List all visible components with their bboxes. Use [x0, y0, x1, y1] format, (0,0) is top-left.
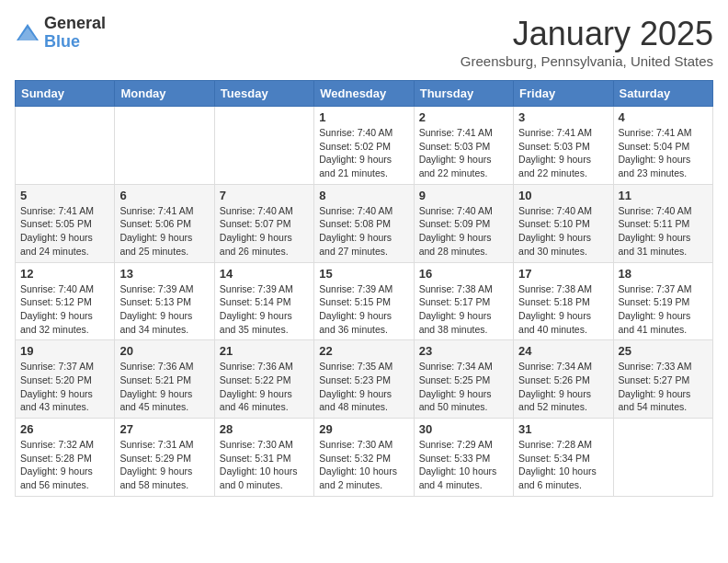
- day-number: 24: [518, 344, 608, 358]
- day-cell: 7Sunrise: 7:40 AM Sunset: 5:07 PM Daylig…: [214, 184, 313, 262]
- day-number: 15: [319, 267, 408, 281]
- day-cell: 22Sunrise: 7:35 AM Sunset: 5:23 PM Dayli…: [314, 340, 414, 419]
- day-number: 8: [319, 189, 408, 202]
- day-number: 4: [619, 110, 708, 124]
- day-number: 5: [20, 189, 109, 202]
- day-info: Sunrise: 7:41 AM Sunset: 5:05 PM Dayligh…: [20, 204, 109, 259]
- day-info: Sunrise: 7:41 AM Sunset: 5:03 PM Dayligh…: [518, 126, 608, 180]
- day-cell: 5Sunrise: 7:41 AM Sunset: 5:05 PM Daylig…: [16, 184, 115, 262]
- location: Greensburg, Pennsylvania, United States: [461, 53, 713, 69]
- day-info: Sunrise: 7:30 AM Sunset: 5:32 PM Dayligh…: [319, 438, 408, 492]
- day-info: Sunrise: 7:40 AM Sunset: 5:07 PM Dayligh…: [220, 204, 309, 259]
- day-info: Sunrise: 7:39 AM Sunset: 5:13 PM Dayligh…: [119, 282, 209, 337]
- day-cell: 24Sunrise: 7:34 AM Sunset: 5:26 PM Dayli…: [514, 340, 613, 419]
- day-number: 11: [619, 189, 708, 202]
- day-info: Sunrise: 7:39 AM Sunset: 5:15 PM Dayligh…: [319, 282, 408, 337]
- day-number: 14: [220, 267, 309, 281]
- day-number: 3: [518, 110, 608, 124]
- day-cell: 10Sunrise: 7:40 AM Sunset: 5:10 PM Dayli…: [514, 184, 613, 262]
- day-cell: 21Sunrise: 7:36 AM Sunset: 5:22 PM Dayli…: [214, 340, 313, 419]
- day-cell: 19Sunrise: 7:37 AM Sunset: 5:20 PM Dayli…: [16, 340, 115, 419]
- day-number: 25: [619, 344, 708, 358]
- day-info: Sunrise: 7:34 AM Sunset: 5:26 PM Dayligh…: [518, 360, 608, 414]
- day-cell: 20Sunrise: 7:36 AM Sunset: 5:21 PM Dayli…: [115, 340, 214, 419]
- day-number: 13: [119, 267, 209, 281]
- logo-blue: Blue: [44, 33, 106, 52]
- day-cell: 18Sunrise: 7:37 AM Sunset: 5:19 PM Dayli…: [613, 262, 712, 340]
- weekday-header-tuesday: Tuesday: [214, 81, 313, 107]
- day-info: Sunrise: 7:40 AM Sunset: 5:02 PM Dayligh…: [319, 126, 408, 180]
- week-row-2: 5Sunrise: 7:41 AM Sunset: 5:05 PM Daylig…: [16, 184, 713, 262]
- day-info: Sunrise: 7:40 AM Sunset: 5:11 PM Dayligh…: [619, 204, 708, 259]
- day-cell: [613, 419, 712, 497]
- day-cell: 2Sunrise: 7:41 AM Sunset: 5:03 PM Daylig…: [414, 107, 513, 185]
- day-cell: 23Sunrise: 7:34 AM Sunset: 5:25 PM Dayli…: [414, 340, 513, 419]
- day-info: Sunrise: 7:41 AM Sunset: 5:03 PM Dayligh…: [419, 126, 508, 180]
- day-info: Sunrise: 7:41 AM Sunset: 5:06 PM Dayligh…: [119, 204, 209, 259]
- day-cell: 13Sunrise: 7:39 AM Sunset: 5:13 PM Dayli…: [115, 262, 214, 340]
- day-cell: 1Sunrise: 7:40 AM Sunset: 5:02 PM Daylig…: [314, 107, 414, 185]
- logo-general: General: [44, 15, 106, 33]
- day-number: 7: [220, 189, 309, 202]
- day-number: 22: [319, 344, 408, 358]
- day-cell: 14Sunrise: 7:39 AM Sunset: 5:14 PM Dayli…: [214, 262, 313, 340]
- day-cell: 27Sunrise: 7:31 AM Sunset: 5:29 PM Dayli…: [115, 419, 214, 497]
- week-row-5: 26Sunrise: 7:32 AM Sunset: 5:28 PM Dayli…: [16, 419, 713, 497]
- day-cell: [214, 107, 313, 185]
- day-cell: 25Sunrise: 7:33 AM Sunset: 5:27 PM Dayli…: [613, 340, 712, 419]
- day-number: 6: [119, 189, 209, 202]
- weekday-header-sunday: Sunday: [16, 81, 115, 107]
- day-number: 31: [518, 422, 608, 436]
- day-cell: 4Sunrise: 7:41 AM Sunset: 5:04 PM Daylig…: [613, 107, 712, 185]
- day-cell: 8Sunrise: 7:40 AM Sunset: 5:08 PM Daylig…: [314, 184, 414, 262]
- day-number: 10: [518, 189, 608, 202]
- day-number: 16: [419, 267, 508, 281]
- day-info: Sunrise: 7:40 AM Sunset: 5:08 PM Dayligh…: [319, 204, 408, 259]
- weekday-header-row: SundayMondayTuesdayWednesdayThursdayFrid…: [16, 81, 713, 107]
- day-cell: 11Sunrise: 7:40 AM Sunset: 5:11 PM Dayli…: [613, 184, 712, 262]
- day-info: Sunrise: 7:39 AM Sunset: 5:14 PM Dayligh…: [220, 282, 309, 337]
- day-cell: [16, 107, 115, 185]
- day-number: 1: [319, 110, 408, 124]
- day-info: Sunrise: 7:32 AM Sunset: 5:28 PM Dayligh…: [20, 438, 109, 492]
- day-info: Sunrise: 7:31 AM Sunset: 5:29 PM Dayligh…: [119, 438, 209, 492]
- day-info: Sunrise: 7:38 AM Sunset: 5:18 PM Dayligh…: [518, 282, 608, 337]
- day-cell: 15Sunrise: 7:39 AM Sunset: 5:15 PM Dayli…: [314, 262, 414, 340]
- day-number: 9: [419, 189, 508, 202]
- logo-icon: [15, 20, 40, 46]
- calendar: SundayMondayTuesdayWednesdayThursdayFrid…: [15, 80, 713, 497]
- day-cell: 29Sunrise: 7:30 AM Sunset: 5:32 PM Dayli…: [314, 419, 414, 497]
- day-cell: 6Sunrise: 7:41 AM Sunset: 5:06 PM Daylig…: [115, 184, 214, 262]
- day-cell: 9Sunrise: 7:40 AM Sunset: 5:09 PM Daylig…: [414, 184, 513, 262]
- day-info: Sunrise: 7:38 AM Sunset: 5:17 PM Dayligh…: [419, 282, 508, 337]
- day-cell: 17Sunrise: 7:38 AM Sunset: 5:18 PM Dayli…: [514, 262, 613, 340]
- day-cell: [115, 107, 214, 185]
- day-info: Sunrise: 7:30 AM Sunset: 5:31 PM Dayligh…: [220, 438, 309, 492]
- day-number: 18: [619, 267, 708, 281]
- day-info: Sunrise: 7:37 AM Sunset: 5:19 PM Dayligh…: [619, 282, 708, 337]
- day-cell: 30Sunrise: 7:29 AM Sunset: 5:33 PM Dayli…: [414, 419, 513, 497]
- day-cell: 3Sunrise: 7:41 AM Sunset: 5:03 PM Daylig…: [514, 107, 613, 185]
- day-info: Sunrise: 7:29 AM Sunset: 5:33 PM Dayligh…: [419, 438, 508, 492]
- page-header: General Blue January 2025 Greensburg, Pe…: [15, 15, 713, 69]
- day-cell: 12Sunrise: 7:40 AM Sunset: 5:12 PM Dayli…: [16, 262, 115, 340]
- day-number: 23: [419, 344, 508, 358]
- day-cell: 16Sunrise: 7:38 AM Sunset: 5:17 PM Dayli…: [414, 262, 513, 340]
- weekday-header-saturday: Saturday: [613, 81, 712, 107]
- day-number: 29: [319, 422, 408, 436]
- title-area: January 2025 Greensburg, Pennsylvania, U…: [461, 15, 713, 69]
- week-row-4: 19Sunrise: 7:37 AM Sunset: 5:20 PM Dayli…: [16, 340, 713, 419]
- logo: General Blue: [15, 15, 106, 52]
- day-info: Sunrise: 7:28 AM Sunset: 5:34 PM Dayligh…: [518, 438, 608, 492]
- day-number: 17: [518, 267, 608, 281]
- day-info: Sunrise: 7:40 AM Sunset: 5:10 PM Dayligh…: [518, 204, 608, 259]
- day-info: Sunrise: 7:41 AM Sunset: 5:04 PM Dayligh…: [619, 126, 708, 180]
- day-info: Sunrise: 7:40 AM Sunset: 5:12 PM Dayligh…: [20, 282, 109, 337]
- month-title: January 2025: [461, 15, 713, 53]
- day-number: 28: [220, 422, 309, 436]
- day-number: 12: [20, 267, 109, 281]
- day-info: Sunrise: 7:34 AM Sunset: 5:25 PM Dayligh…: [419, 360, 508, 414]
- week-row-1: 1Sunrise: 7:40 AM Sunset: 5:02 PM Daylig…: [16, 107, 713, 185]
- weekday-header-thursday: Thursday: [414, 81, 513, 107]
- weekday-header-wednesday: Wednesday: [314, 81, 414, 107]
